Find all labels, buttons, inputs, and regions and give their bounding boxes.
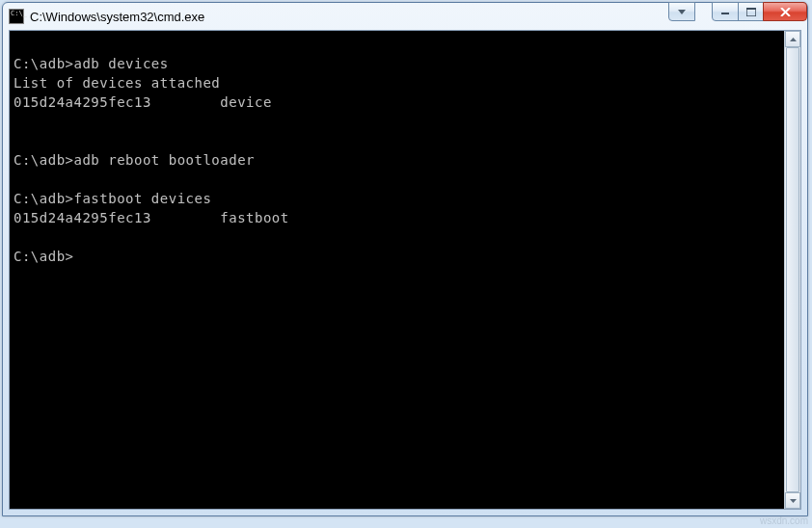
scroll-up-button[interactable] — [785, 31, 800, 47]
scroll-down-button[interactable] — [785, 492, 800, 509]
svg-rect-2 — [746, 8, 756, 10]
vertical-scrollbar[interactable] — [784, 31, 800, 509]
content-frame: C:\adb>adb devices List of devices attac… — [9, 30, 801, 510]
cmd-window: C:\Windows\system32\cmd.exe C:\adb>adb d… — [2, 2, 808, 516]
watermark: wsxdn.com — [760, 515, 808, 526]
minimize-button[interactable] — [712, 2, 739, 21]
scroll-track[interactable] — [785, 47, 800, 492]
terminal-output[interactable]: C:\adb>adb devices List of devices attac… — [10, 31, 784, 509]
window-title: C:\Windows\system32\cmd.exe — [30, 10, 204, 24]
titlebar[interactable]: C:\Windows\system32\cmd.exe — [3, 3, 807, 30]
close-button[interactable] — [763, 2, 807, 21]
svg-rect-0 — [721, 13, 729, 14]
scroll-thumb[interactable] — [786, 47, 799, 492]
maximize-button[interactable] — [738, 2, 764, 21]
window-controls — [669, 2, 807, 21]
cmd-icon — [9, 9, 24, 24]
dropdown-button[interactable] — [668, 2, 695, 21]
